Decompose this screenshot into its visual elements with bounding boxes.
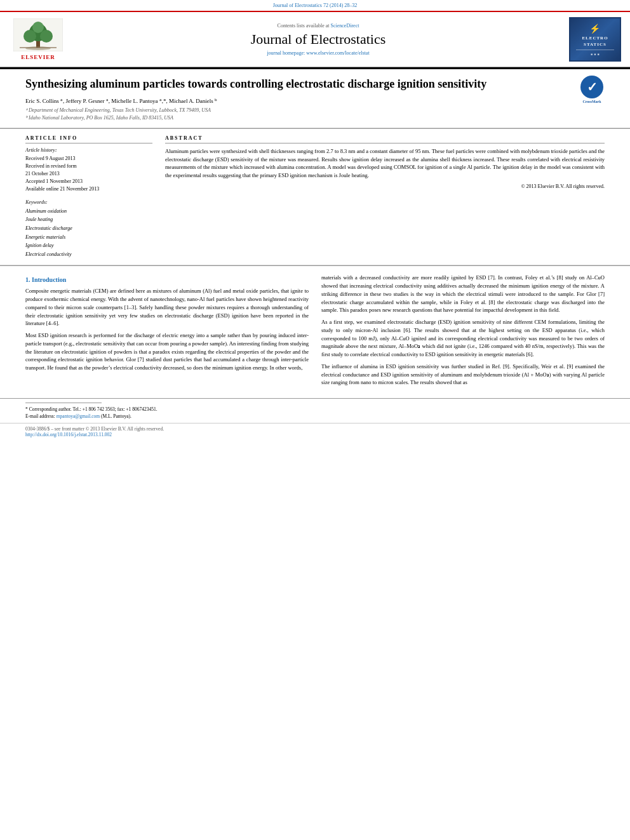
article-title-section: Synthesizing aluminum particles towards … xyxy=(0,69,630,128)
affiliations: ᵃ Department of Mechanical Engineering, … xyxy=(25,107,566,121)
received-date: Received 9 August 2013 xyxy=(25,155,152,163)
email-address[interactable]: mpantoya@gmail.com xyxy=(57,413,100,419)
badge-icon: ⚡ xyxy=(589,23,601,34)
svg-point-4 xyxy=(40,30,53,43)
badge-text-line1: ELECTRO xyxy=(582,36,608,41)
intro-paragraph-2: Most ESD ignition research is performed … xyxy=(25,331,309,372)
keyword-4: Energetic materials xyxy=(25,233,152,242)
keyword-2: Joule heating xyxy=(25,215,152,224)
authors-line: Eric S. Collins ᵃ, Jeffery P. Gesner ᵃ, … xyxy=(25,98,566,104)
badge-text-line2: STATICS xyxy=(584,42,607,47)
article-info-heading: ARTICLE INFO xyxy=(25,135,152,143)
elsevier-wordmark: ELSEVIER xyxy=(21,54,55,60)
section-title-text: Introduction xyxy=(32,276,66,283)
elsevier-illustration xyxy=(13,18,63,51)
citation-text: Journal of Electrostatics 72 (2014) 28–3… xyxy=(273,3,358,8)
journal-citation: Journal of Electrostatics 72 (2014) 28–3… xyxy=(0,0,630,11)
crossmark-badge: ✓ CrossMark xyxy=(579,77,605,102)
email-label: E-mail address: xyxy=(25,413,55,419)
contents-available: Contents lists available at ScienceDirec… xyxy=(278,23,359,29)
svg-point-5 xyxy=(32,22,44,33)
issn-note: 0304-3886/$ – see front matter © 2013 El… xyxy=(25,426,605,432)
copyright-notice: © 2013 Elsevier B.V. All rights reserved… xyxy=(165,183,605,189)
section-number: 1. xyxy=(25,276,30,283)
received-revised-date: Received in revised form21 October 2013 xyxy=(25,163,152,178)
journal-homepage: journal homepage: www.elsevier.com/locat… xyxy=(267,50,369,56)
article-metadata: Synthesizing aluminum particles towards … xyxy=(25,77,566,121)
affiliation-b: ᵇ Idaho National Laboratory, PO Box 1625… xyxy=(25,114,566,121)
keywords-label: Keywords: xyxy=(25,199,152,205)
journal-title-section: Contents lists available at ScienceDirec… xyxy=(76,17,560,62)
abstract-text: Aluminum particles were synthesized with… xyxy=(165,147,605,180)
body-content: 1. Introduction Composite energetic mate… xyxy=(0,266,630,398)
body-left-column: 1. Introduction Composite energetic mate… xyxy=(25,274,309,390)
available-online-date: Available online 21 November 2013 xyxy=(25,185,152,193)
keyword-6: Electrical conductivity xyxy=(25,250,152,259)
crossmark-label: CrossMark xyxy=(582,100,601,103)
affiliation-a: ᵃ Department of Mechanical Engineering, … xyxy=(25,107,566,114)
article-title: Synthesizing aluminum particles towards … xyxy=(25,77,566,91)
accepted-date: Accepted 1 November 2013 xyxy=(25,178,152,185)
journal-header: ELSEVIER Contents lists available at Sci… xyxy=(0,11,630,67)
keyword-1: Aluminum oxidation xyxy=(25,207,152,216)
sciencedirect-link[interactable]: ScienceDirect xyxy=(331,23,359,29)
history-label: Article history: xyxy=(25,147,152,153)
keywords-list: Aluminum oxidation Joule heating Electro… xyxy=(25,207,152,259)
doi-link[interactable]: http://dx.doi.org/10.1016/j.elstat.2013.… xyxy=(25,432,605,437)
crossmark-icon: ✓ xyxy=(580,76,603,98)
intro-paragraph-3: materials with a decreased conductivity … xyxy=(321,274,605,314)
intro-paragraph-5: The influence of alumina in ESD ignition… xyxy=(321,363,605,387)
article-info-column: ARTICLE INFO Article history: Received 9… xyxy=(25,135,152,259)
badge-subtext: ■ ■ ■ xyxy=(591,53,600,56)
section-1-title: 1. Introduction xyxy=(25,276,309,283)
corresponding-author-note: * Corresponding author. Tel.: +1 806 742… xyxy=(25,406,605,413)
intro-paragraph-4: As a first step, we examined electrostat… xyxy=(321,318,605,359)
homepage-url[interactable]: www.elsevier.com/locate/elstat xyxy=(306,50,369,56)
svg-point-7 xyxy=(25,46,51,50)
article-info-abstract-section: ARTICLE INFO Article history: Received 9… xyxy=(0,129,630,266)
footnotes: * Corresponding author. Tel.: +1 806 742… xyxy=(0,398,630,423)
journal-badge: ⚡ ELECTRO STATICS ■ ■ ■ xyxy=(569,17,621,62)
electrostatics-badge-section: ⚡ ELECTRO STATICS ■ ■ ■ xyxy=(566,17,624,62)
abstract-heading: ABSTRACT xyxy=(165,135,605,143)
email-line: E-mail address: mpantoya@gmail.com (M.L.… xyxy=(25,413,605,420)
abstract-column: ABSTRACT Aluminum particles were synthes… xyxy=(165,135,605,259)
journal-name: Journal of Electrostatics xyxy=(251,31,386,48)
body-right-column: materials with a decreased conductivity … xyxy=(321,274,605,390)
bottom-copyright-bar: 0304-3886/$ – see front matter © 2013 El… xyxy=(0,423,630,440)
svg-point-3 xyxy=(23,30,36,43)
keyword-3: Electrostatic discharge xyxy=(25,224,152,233)
keyword-5: Ignition delay xyxy=(25,241,152,250)
intro-paragraph-1: Composite energetic materials (CEM) are … xyxy=(25,287,309,328)
elsevier-logo-section: ELSEVIER xyxy=(6,17,70,62)
email-name: (M.L. Pantoya). xyxy=(101,413,131,419)
